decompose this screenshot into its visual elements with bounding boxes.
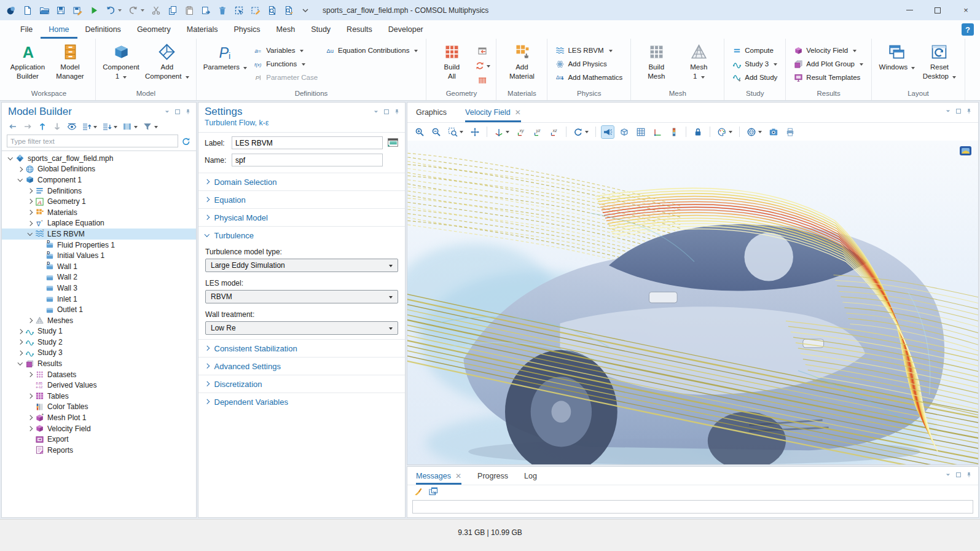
new-file-button[interactable]	[23, 6, 33, 15]
functions-button[interactable]: f(x)Functions	[251, 57, 321, 71]
zoom-out-button[interactable]	[430, 126, 442, 138]
menu-developer[interactable]: Developer	[380, 20, 431, 39]
menu-home[interactable]: Home	[41, 20, 77, 39]
tree-item-outlet-1[interactable]: Outlet 1	[2, 304, 196, 315]
tree-item-study-3[interactable]: Study 3	[2, 348, 196, 359]
tree-expander-icon[interactable]	[26, 373, 34, 377]
tree-expander-icon[interactable]	[26, 232, 34, 236]
menu-physics[interactable]: Physics	[225, 20, 268, 39]
view-yz-button[interactable]: yz	[531, 126, 544, 138]
tree-item-initial-values-1[interactable]: D Initial Values 1	[2, 250, 196, 261]
tree-item-geometry-1[interactable]: A Geometry 1	[2, 196, 196, 207]
view-xz-button[interactable]: xz	[548, 126, 560, 138]
panel-float-icon[interactable]	[174, 109, 181, 115]
menu-study[interactable]: Study	[303, 20, 339, 39]
print-graphics-button[interactable]	[784, 126, 796, 138]
section-header-domain-selection[interactable]: Domain Selection	[198, 173, 405, 190]
open-in-new-window-button[interactable]	[428, 487, 438, 498]
build-mesh-button[interactable]: BuildMesh	[636, 42, 676, 82]
les-rbvm-button[interactable]: LES RBVM	[552, 44, 625, 57]
section-header-dependent-variables[interactable]: Dependent Variables	[198, 393, 405, 410]
tree-expander-icon[interactable]	[17, 178, 24, 182]
rename-label-icon[interactable]	[387, 137, 399, 149]
tree-item-laplace-equation[interactable]: ∇* Laplace Equation	[2, 218, 196, 229]
windows-button[interactable]: Windows	[877, 42, 917, 73]
tree-item-study-1[interactable]: Study 1	[2, 326, 196, 337]
tree-expander-icon[interactable]	[26, 222, 34, 225]
tree-item-wall-3[interactable]: Wall 3	[2, 283, 196, 294]
zoom-find-button[interactable]	[284, 6, 294, 15]
combo-wall-treatment[interactable]: Low Re	[205, 321, 398, 335]
tree-expander-icon[interactable]	[7, 157, 14, 160]
velocity-field-visualization[interactable]	[407, 141, 978, 464]
velocity-field-button[interactable]: Velocity Field	[791, 44, 866, 57]
color-theme-button[interactable]	[716, 126, 734, 138]
tree-item-meshes[interactable]: Meshes	[2, 315, 196, 326]
menu-mesh[interactable]: Mesh	[269, 20, 304, 39]
show-grid-button[interactable]	[635, 126, 647, 138]
tree-expander-icon[interactable]	[26, 200, 34, 203]
panel-pin-icon[interactable]	[185, 109, 191, 115]
combo-turbulence-model-type[interactable]: Large Eddy Simulation	[205, 259, 398, 272]
collapse-all-button[interactable]	[82, 122, 97, 131]
panel-menu-icon[interactable]	[945, 472, 951, 478]
tree-expander-icon[interactable]	[17, 351, 24, 355]
environment-reflections-button[interactable]	[745, 126, 763, 138]
add-component-button[interactable]: AddComponent	[143, 42, 191, 82]
minimize-button[interactable]	[895, 0, 923, 20]
name-field-input[interactable]	[232, 154, 383, 166]
screenshot-button[interactable]	[767, 126, 780, 138]
tree-item-sports-car-flow-field-mph[interactable]: sports_car_flow_field.mph	[2, 153, 196, 164]
scene-light-button[interactable]	[602, 126, 614, 138]
run-button[interactable]	[89, 6, 99, 15]
tree-expander-icon[interactable]	[26, 394, 34, 398]
section-header-advanced-settings[interactable]: Advanced Settings	[198, 358, 405, 375]
nav-back-button[interactable]	[8, 122, 18, 131]
move-down-button[interactable]	[52, 122, 62, 131]
build-all-button[interactable]: BuildAll	[431, 42, 472, 82]
tree-expander-icon[interactable]	[17, 362, 24, 365]
tree-expander-icon[interactable]	[17, 340, 24, 344]
tree-expander-icon[interactable]	[26, 189, 34, 193]
tree-item-fluid-properties-1[interactable]: D Fluid Properties 1	[2, 240, 196, 251]
copy-button[interactable]	[168, 6, 178, 15]
tab-velocity-field[interactable]: Velocity Field✕	[465, 103, 521, 122]
panel-pin-icon[interactable]	[966, 472, 972, 478]
section-header-turbulence[interactable]: Turbulence	[198, 227, 405, 244]
panel-pin-icon[interactable]	[966, 108, 972, 114]
menu-materials[interactable]: Materials	[179, 20, 226, 39]
comsol-logo-button[interactable]	[6, 6, 16, 15]
tree-item-color-tables[interactable]: Color Tables	[2, 402, 196, 413]
transparency-button[interactable]	[618, 126, 630, 138]
tree-expander-icon[interactable]	[17, 168, 24, 171]
section-header-physical-model[interactable]: Physical Model	[198, 209, 405, 226]
duplicate-button[interactable]	[201, 6, 211, 15]
section-header-consistent-stabilization[interactable]: Consistent Stabilization	[198, 340, 405, 357]
redo-button[interactable]	[128, 6, 144, 15]
tree-filter-button[interactable]	[143, 122, 158, 131]
tree-item-wall-2[interactable]: Wall 2	[2, 272, 196, 283]
graphics-canvas[interactable]	[407, 141, 978, 464]
plot-thumbnail-icon[interactable]	[959, 146, 972, 156]
maximize-button[interactable]	[923, 0, 952, 20]
expand-all-button[interactable]	[102, 122, 117, 131]
panel-float-icon[interactable]	[383, 109, 390, 115]
save-as-button[interactable]	[73, 6, 82, 15]
save-button[interactable]	[56, 6, 66, 15]
model-manager-button[interactable]: ModelManager	[50, 42, 90, 82]
tree-item-les-rbvm[interactable]: * LES RBVM	[2, 229, 196, 240]
tree-item-component-1[interactable]: Component 1	[2, 174, 196, 186]
rebuild-geometry-button[interactable]	[474, 58, 491, 73]
result-templates-button[interactable]: Result Templates	[791, 71, 866, 84]
tree-expander-icon[interactable]	[26, 319, 34, 322]
tab-messages[interactable]: Messages✕	[416, 467, 461, 485]
label-field-input[interactable]	[232, 136, 383, 149]
section-header-discretization[interactable]: Discretization	[198, 375, 405, 393]
color-legend-button[interactable]	[668, 126, 680, 138]
cut-button[interactable]	[151, 6, 161, 15]
find-button[interactable]	[267, 6, 277, 15]
zoom-box-button[interactable]	[447, 126, 465, 138]
show-button[interactable]	[67, 122, 77, 131]
virtual-operations-button[interactable]	[474, 73, 491, 88]
variables-button[interactable]: a=Variables	[251, 44, 321, 57]
